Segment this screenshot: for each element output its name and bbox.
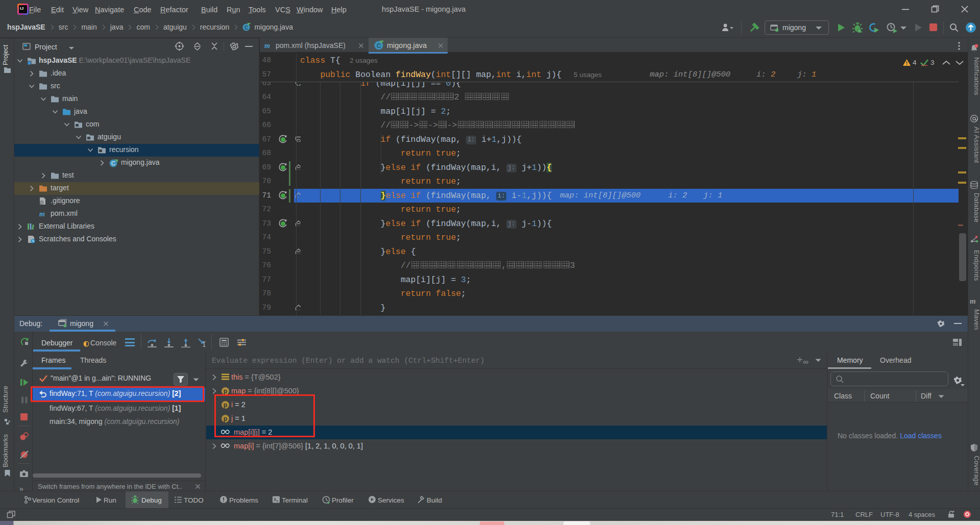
- svg-text:m: m: [264, 42, 270, 49]
- svg-text:m: m: [39, 210, 45, 218]
- svg-text:p: p: [224, 388, 227, 395]
- svg-text:C: C: [244, 25, 248, 31]
- svg-text:m: m: [970, 297, 976, 305]
- svg-text:C: C: [111, 160, 115, 166]
- svg-text:C: C: [377, 42, 381, 49]
